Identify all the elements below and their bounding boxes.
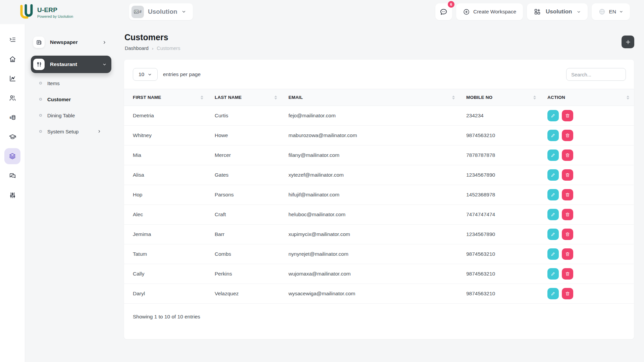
broken-image-icon <box>134 10 139 14</box>
delete-button[interactable] <box>562 288 573 299</box>
table-controls: 10 entries per page <box>124 60 634 81</box>
home-icon[interactable] <box>6 52 19 66</box>
edit-button[interactable] <box>547 110 559 121</box>
sidebar-item-customer[interactable]: Customer <box>25 91 117 107</box>
cell-mobile: 1234567890 <box>460 225 541 244</box>
brand-name: U-ERP <box>37 6 73 14</box>
chevron-right-icon <box>97 129 101 133</box>
create-workspace-button[interactable]: Create Workspace <box>456 3 523 20</box>
entries-per-page-select[interactable]: 10 <box>133 68 158 81</box>
cell-first-name: Jemima <box>124 225 208 244</box>
col-first-name[interactable]: First Name <box>124 89 208 106</box>
sort-icon[interactable] <box>533 96 536 100</box>
breadcrumb-dashboard[interactable]: Dashboard <box>125 46 149 51</box>
delete-button[interactable] <box>562 169 573 181</box>
sidebar-item-dining-table[interactable]: Dining Table <box>25 107 117 123</box>
sidebar-item-restaurant[interactable]: Restaurant <box>31 56 111 73</box>
sidebar-item-label: Restaurant <box>50 61 102 67</box>
edit-button[interactable] <box>547 288 559 299</box>
edit-button[interactable] <box>547 268 559 280</box>
delete-button[interactable] <box>562 110 573 121</box>
sidebar-item-items[interactable]: Items <box>25 75 117 91</box>
brand-tagline: Powered by Usolution <box>37 14 73 18</box>
chevron-down-icon <box>181 9 186 14</box>
sort-icon[interactable] <box>274 96 277 100</box>
delete-button[interactable] <box>562 268 573 280</box>
table-row: Daryl Velazquez wysacewiga@mailinator.co… <box>124 284 634 304</box>
grid-plus-icon <box>534 8 541 15</box>
table-row: Jemima Barr xupimycix@mailinator.com 123… <box>124 225 634 244</box>
cell-first-name: Mia <box>124 145 208 165</box>
playlist-icon[interactable] <box>6 33 19 46</box>
chart-icon[interactable] <box>6 72 19 85</box>
cell-actions <box>541 225 634 244</box>
edit-button[interactable] <box>547 229 559 240</box>
cell-mobile: 7878787878 <box>460 145 541 165</box>
delete-button[interactable] <box>562 209 573 220</box>
sort-icon[interactable] <box>627 96 629 100</box>
col-email[interactable]: Email <box>282 89 460 106</box>
chat-duo-icon[interactable] <box>6 169 19 182</box>
trash-icon <box>565 192 570 197</box>
pencil-icon <box>550 212 556 217</box>
cell-last-name: Perkins <box>208 264 282 284</box>
sort-icon[interactable] <box>452 96 455 100</box>
col-action[interactable]: Action <box>541 89 634 106</box>
newspaper-icon <box>33 37 45 48</box>
sliders-icon[interactable] <box>6 188 19 202</box>
cell-last-name: Combs <box>208 244 282 264</box>
search-input[interactable] <box>566 68 626 81</box>
entries-per-page-label: entries per page <box>163 71 201 77</box>
col-last-name[interactable]: Last Name <box>208 89 282 106</box>
edit-button[interactable] <box>547 169 559 181</box>
sort-icon[interactable] <box>201 96 203 100</box>
workspace-selector[interactable]: # Usolution <box>129 3 193 20</box>
plus-circle-icon <box>463 8 470 15</box>
delete-button[interactable] <box>562 189 573 200</box>
pencil-icon <box>550 133 556 138</box>
table-row: Hop Parsons hifujif@mailinator.com 14523… <box>124 185 634 205</box>
delete-button[interactable] <box>562 248 573 260</box>
trash-icon <box>565 172 570 178</box>
cell-email: hifujif@mailinator.com <box>282 185 460 205</box>
finance-icon[interactable]: $ <box>6 111 19 124</box>
add-customer-button[interactable] <box>622 36 634 48</box>
edit-button[interactable] <box>547 209 559 220</box>
edit-button[interactable] <box>547 130 559 141</box>
trash-icon <box>565 291 570 296</box>
cell-last-name: Craft <box>208 205 282 225</box>
trash-icon <box>565 113 570 118</box>
brand-logo[interactable]: U-ERP Powered by Usolution <box>18 4 73 21</box>
users-icon[interactable] <box>6 91 19 105</box>
pencil-icon <box>550 113 556 118</box>
bullet-icon <box>39 98 42 101</box>
delete-button[interactable] <box>562 130 573 141</box>
cell-actions <box>541 145 634 165</box>
chat-button[interactable]: 6 <box>435 3 452 20</box>
sidebar-item-newspaper[interactable]: Newspaper <box>31 34 111 51</box>
delete-button[interactable] <box>562 229 573 240</box>
language-selector[interactable]: EN <box>592 3 630 20</box>
cell-last-name: Mercer <box>208 145 282 165</box>
sidebar-item-system-setup[interactable]: System Setup <box>25 123 117 139</box>
edit-button[interactable] <box>547 189 559 200</box>
cell-email: wujomaxa@mailinator.com <box>282 264 460 284</box>
edit-button[interactable] <box>547 149 559 161</box>
cell-first-name: Cally <box>124 264 208 284</box>
col-mobile-no[interactable]: Mobile No <box>460 89 541 106</box>
cell-last-name: Gates <box>208 165 282 185</box>
bullet-icon <box>39 114 42 117</box>
education-icon[interactable] <box>6 130 19 143</box>
cell-mobile: 7474747474 <box>460 205 541 225</box>
cell-first-name: Hop <box>124 185 208 205</box>
edit-button[interactable] <box>547 248 559 260</box>
table-row: Alec Craft heluboc@mailinator.com 747474… <box>124 205 634 225</box>
delete-button[interactable] <box>562 149 573 161</box>
cell-mobile: 9874563210 <box>460 126 541 145</box>
pencil-icon <box>550 271 556 277</box>
pencil-icon <box>550 192 556 197</box>
cell-last-name: Parsons <box>208 185 282 205</box>
account-selector[interactable]: Usolution <box>527 3 588 20</box>
table-summary: Showing 1 to 10 of 10 entries <box>124 304 634 320</box>
layers-icon[interactable] <box>4 148 20 164</box>
